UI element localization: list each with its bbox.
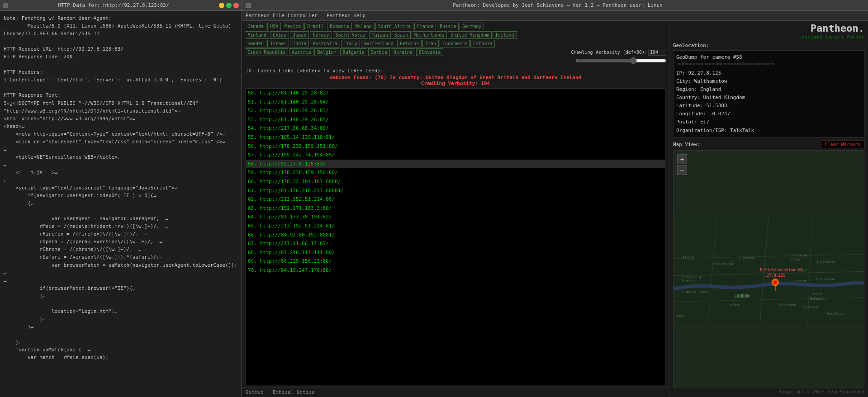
- country-india[interactable]: India: [290, 40, 309, 47]
- svg-text:South: South: [812, 292, 822, 296]
- iot-header: IOT Camera Links (<Enter> to view LIVE• …: [246, 68, 665, 74]
- country-serbia[interactable]: Serbia: [368, 48, 390, 56]
- menu-help[interactable]: Pantheon Help: [327, 13, 365, 19]
- country-romania[interactable]: Romania: [327, 23, 351, 30]
- camera-item[interactable]: 58. http://92.27.8.125:83/: [246, 160, 665, 169]
- svg-text:aling: aling: [682, 255, 694, 259]
- country-japan[interactable]: Japan: [290, 31, 309, 39]
- country-russia[interactable]: Russia: [437, 23, 459, 30]
- ethical-notice-link[interactable]: Ethical Notice: [273, 389, 315, 395]
- svg-text:Ockendon: Ockendon: [810, 296, 826, 300]
- copyright-text: Copyright © 2023 Josh Schiavone: [673, 388, 864, 395]
- zoom-in-button[interactable]: +: [677, 154, 687, 164]
- country-china[interactable]: China: [270, 31, 289, 39]
- svg-text:Loughton: Loughton: [790, 279, 807, 283]
- camera-footer: GitHub Ethical Notice: [242, 387, 669, 397]
- camera-item[interactable]: 70. http://84.19.247.170:80/: [246, 266, 665, 275]
- country-ireland[interactable]: Ireland: [493, 31, 517, 39]
- camera-item[interactable]: 62. http://213.152.51.214:86/: [246, 195, 665, 204]
- country-ukraine[interactable]: Ukraine: [391, 48, 415, 56]
- camera-item[interactable]: 56. http://178.238.159.151:80/: [246, 142, 665, 151]
- maximize-button[interactable]: [226, 3, 232, 8]
- svg-text:Ingatesto: Ingatesto: [816, 260, 835, 264]
- country-mexico[interactable]: Mexico: [282, 23, 304, 30]
- geodump-longitude: Longitude: -0.0247: [676, 110, 861, 118]
- country-finland[interactable]: Finland: [245, 31, 269, 39]
- country-spain[interactable]: Spain: [392, 31, 411, 39]
- svg-text:Cheshunt: Cheshunt: [739, 255, 755, 259]
- camera-item[interactable]: 63. http://192.171.163.3:80/: [246, 204, 665, 213]
- country-italy[interactable]: Italy: [341, 40, 360, 47]
- camera-item[interactable]: 69. http://80.229.150.23:80/: [246, 257, 665, 266]
- crawling-verbosity-label: Crawling Verbosity (def=30):: [571, 50, 647, 55]
- country-australia[interactable]: Australia: [310, 40, 340, 47]
- minimize-button[interactable]: [219, 3, 224, 8]
- country-row-4: Czech Republic Austria Belgium Bulgaria …: [245, 48, 666, 56]
- map-header: Map View: Clear Markers: [673, 141, 864, 148]
- left-title-text: HTTP Data for: http://92.27.8.125:83/: [58, 2, 169, 8]
- country-norway[interactable]: Norway: [310, 31, 332, 39]
- country-bulgaria[interactable]: Bulgaria: [340, 48, 367, 56]
- camera-item[interactable]: 67. http://217.41.66.17:82/: [246, 239, 665, 248]
- country-israel[interactable]: Israel: [267, 40, 289, 47]
- country-estonia[interactable]: Estonia: [470, 40, 495, 47]
- pantheon-menu-bar: Pantheon File Controller Pantheon Help: [242, 11, 868, 21]
- pantheon-logo-text: Pantheon.: [673, 23, 864, 34]
- camera-item[interactable]: 51. http://81.140.29.28:84/: [246, 98, 665, 107]
- svg-text:Ongar: Ongar: [790, 257, 801, 261]
- camera-item[interactable]: 61. http://81.136.218.217:60001/: [246, 186, 665, 195]
- crawling-verbosity-slider[interactable]: [576, 57, 666, 64]
- country-czech-republic[interactable]: Czech Republic: [245, 48, 288, 56]
- zoom-out-button[interactable]: −: [677, 165, 687, 175]
- country-switzerland[interactable]: Switzerland: [361, 40, 396, 47]
- camera-item[interactable]: 66. http://84.92.80.192:8081/: [246, 231, 665, 240]
- country-slovakia[interactable]: Slovakia: [416, 48, 443, 56]
- right-title-bar: Pantheon: Developed by Josh Schiavone – …: [242, 0, 868, 11]
- country-canada[interactable]: Canada: [245, 23, 266, 30]
- country-row-1: Canada USA Mexico Brazil Romania Poland …: [245, 23, 666, 30]
- country-poland[interactable]: Poland: [353, 23, 375, 30]
- geodump-isp: Organization/ISP: TalkTalk: [676, 127, 861, 135]
- country-germany[interactable]: Germany: [460, 23, 484, 30]
- country-grid: Canada USA Mexico Brazil Romania Poland …: [242, 21, 669, 66]
- clear-markers-button[interactable]: Clear Markers: [821, 141, 864, 148]
- camera-item[interactable]: 68. http://87.246.117.141:80/: [246, 248, 665, 257]
- geodump-title: GeoDump for camera #58: [676, 53, 861, 61]
- camera-item[interactable]: 55. http://185.14.139.118:81/: [246, 133, 665, 142]
- country-south-korea[interactable]: South Korea: [333, 31, 368, 39]
- map-svg: aling Chipping Barnet Camden Town LONDON…: [674, 151, 864, 388]
- country-iran[interactable]: Iran: [422, 40, 439, 47]
- camera-item[interactable]: 64. http://81.133.30.194:82/: [246, 213, 665, 222]
- country-belarus[interactable]: Belarus: [397, 40, 422, 47]
- country-usa[interactable]: USA: [267, 23, 281, 30]
- camera-item[interactable]: 53. http://81.140.29.28:85/: [246, 115, 665, 124]
- camera-item[interactable]: 50. http://81.140.29.28:82/: [246, 89, 665, 98]
- country-united-kingdom[interactable]: United Kingdom: [448, 31, 491, 39]
- geodump-region: Region: England: [676, 85, 861, 94]
- geodump-stars: ************************************: [676, 61, 861, 69]
- geodump-latitude: Latitude: 51.5888: [676, 102, 861, 110]
- country-netherlands[interactable]: Netherlands: [412, 31, 447, 39]
- country-brazil[interactable]: Brazil: [304, 23, 326, 30]
- country-belgium[interactable]: Belgium: [314, 48, 339, 56]
- camera-item[interactable]: 52. http://81.140.29.28:83/: [246, 106, 665, 115]
- country-france[interactable]: France: [414, 23, 436, 30]
- country-south-africa[interactable]: South Africa: [375, 23, 413, 30]
- svg-text:LONDON: LONDON: [734, 293, 750, 298]
- camera-item[interactable]: 57. http://159.242.74.194:85/: [246, 151, 665, 160]
- country-indonesia[interactable]: Indonesia: [440, 40, 470, 47]
- close-button[interactable]: [233, 3, 239, 8]
- pantheon-logo-area: Pantheon. Insecure Camera Parser: [673, 23, 864, 40]
- camera-item[interactable]: 65. http://213.152.51.214:81/: [246, 222, 665, 231]
- menu-file-controller[interactable]: Pantheon File Controller: [246, 13, 318, 19]
- country-austria[interactable]: Austria: [289, 48, 313, 56]
- camera-item[interactable]: 60. http://178.32.184.167:8080/: [246, 177, 665, 186]
- camera-list-container: 50. http://81.140.29.28:82/51. http://81…: [246, 88, 665, 385]
- camera-item[interactable]: 59. http://178.238.159.150:80/: [246, 168, 665, 177]
- github-link[interactable]: GitHub: [246, 389, 264, 395]
- country-sweden[interactable]: Sweden: [245, 40, 266, 47]
- crawling-verbosity-value[interactable]: [648, 49, 666, 56]
- country-taiwan[interactable]: Taiwan: [369, 31, 391, 39]
- camera-item[interactable]: 54. http://217.36.68.34:80/: [246, 124, 665, 133]
- svg-text:Chigwell: Chigwell: [795, 268, 811, 272]
